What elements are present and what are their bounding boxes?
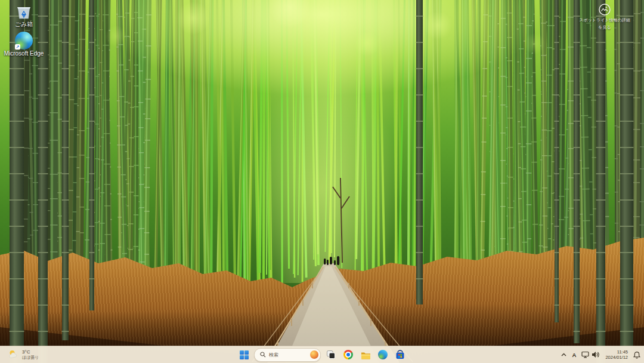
search-icon [260, 352, 266, 358]
task-view-button[interactable] [324, 347, 338, 362]
desktop-icon-microsoft-edge[interactable]: ↗ Microsoft Edge [1, 32, 47, 57]
shortcut-arrow-icon: ↗ [15, 44, 20, 50]
file-explorer-icon [361, 350, 371, 360]
spotlight-text-line1: スポットライト情報の詳細 [579, 18, 630, 23]
weather-widget[interactable]: 3°C ほぼ曇り [5, 348, 43, 361]
edge-icon [378, 350, 388, 359]
foreground-layer [0, 0, 644, 363]
chrome-icon [343, 350, 353, 359]
desktop-icon-label: Microsoft Edge [4, 50, 44, 57]
notification-bell-icon [633, 351, 640, 359]
spotlight-text-line2: を見る [598, 25, 611, 30]
search-placeholder: 検索 [269, 352, 307, 358]
microsoft-store-button[interactable] [393, 347, 407, 362]
recycle-bin-icon [14, 2, 33, 20]
ime-mode-button[interactable]: A [570, 347, 579, 362]
network-volume-button[interactable] [579, 347, 602, 362]
network-icon [581, 351, 590, 358]
tray-time: 11:45 [617, 349, 628, 355]
search-box[interactable]: 検索 [254, 348, 321, 362]
volume-icon [592, 351, 600, 358]
center-tree [333, 178, 349, 263]
edge-button[interactable] [376, 347, 390, 362]
desktop-icon-recycle-bin[interactable]: ごみ箱 [1, 2, 47, 27]
clock[interactable]: 11:45 2024/01/12 [603, 347, 630, 362]
weather-condition: ほぼ曇り [22, 355, 39, 360]
windows-logo-icon [240, 350, 249, 359]
microsoft-store-icon [395, 350, 405, 359]
chevron-up-icon [561, 352, 567, 357]
file-explorer-button[interactable] [358, 347, 373, 362]
desktop: ごみ箱 ↗ Microsoft Edge スポットライト情報の詳細 を見る [0, 0, 644, 363]
search-highlight-icon [310, 350, 318, 359]
ime-mode-indicator: A [572, 352, 577, 358]
edge-icon: ↗ [14, 32, 33, 50]
start-button[interactable] [237, 347, 251, 362]
desktop-icon-label: ごみ箱 [15, 21, 33, 27]
weather-sun-cloud-icon [8, 349, 19, 360]
task-view-icon [326, 350, 336, 359]
desktop-icon-list: ごみ箱 ↗ Microsoft Edge [1, 2, 47, 57]
weather-temperature: 3°C [22, 349, 30, 355]
taskbar: 3°C ほぼ曇り 検索 [0, 346, 644, 363]
hidden-icons-button[interactable] [558, 347, 569, 362]
tray-date: 2024/01/12 [605, 355, 628, 360]
chrome-button[interactable] [341, 347, 355, 362]
spotlight-learn-more[interactable]: スポットライト情報の詳細 を見る [569, 3, 640, 30]
spotlight-picture-icon [598, 3, 611, 16]
notification-center-button[interactable] [631, 347, 643, 362]
